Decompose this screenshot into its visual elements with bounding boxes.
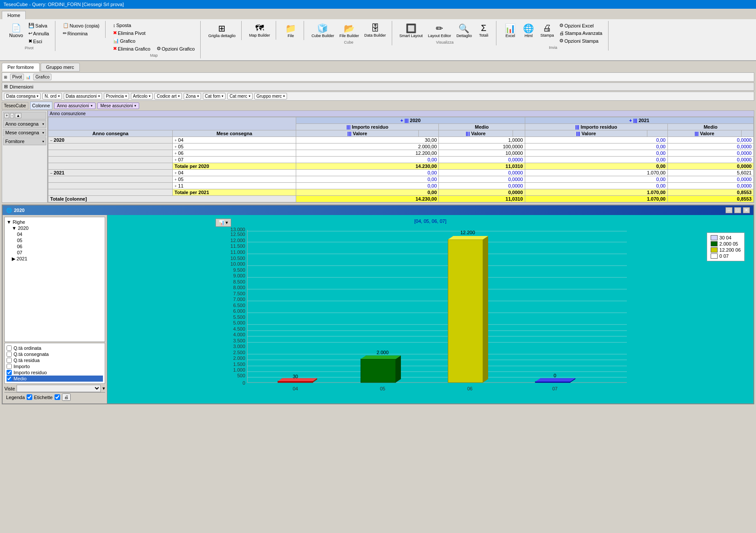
excel-button[interactable]: 📊 Excel: [502, 22, 519, 39]
data-builder-button[interactable]: 🗄 Data Builder: [362, 22, 388, 39]
file-builder-button[interactable]: 📂 File Builder: [337, 22, 361, 39]
tree-panel: ▼ Righe ▼ 2020 04 05 06: [4, 217, 105, 342]
table-row: + 04: [173, 137, 296, 144]
etichette-checkbox[interactable]: [55, 394, 60, 400]
table-row: + 04: [173, 170, 296, 176]
print-icon: 🖨: [543, 23, 551, 33]
tree-2020[interactable]: ▼ 2020: [7, 225, 103, 231]
pivot-field-mese-consegna[interactable]: Mese consegna: [3, 129, 46, 137]
dettaglio-button[interactable]: 🔍 Dettaglio: [454, 22, 474, 39]
checkbox-importo-residuo[interactable]: [7, 370, 12, 375]
legenda-checkbox[interactable]: [27, 394, 32, 400]
layout-editor-button[interactable]: ✏ Layout Editor: [426, 22, 453, 39]
cube-builder-label: Cube Builder: [311, 34, 334, 38]
nuovo-copia-button[interactable]: 📋 Nuovo (copia): [61, 22, 102, 29]
stampa-avanzata-button[interactable]: 🖨 Stampa Avanzata: [557, 30, 605, 37]
griglia-label: Griglia dettaglio: [208, 34, 236, 38]
checkbox-q.tà-consegnata[interactable]: [7, 352, 12, 357]
expand-all-btn[interactable]: +: [4, 113, 9, 118]
filter-data-consegna[interactable]: Data consegna: [4, 93, 41, 99]
maximize-btn[interactable]: □: [734, 207, 741, 213]
collapse-all-btn[interactable]: -: [10, 113, 14, 118]
tree-rows[interactable]: ▼ Righe: [7, 219, 103, 225]
tab-home[interactable]: Home: [2, 11, 26, 19]
svg-marker-60: [535, 378, 575, 382]
griglia-dettaglio-button[interactable]: ⊞ Griglia dettaglio: [206, 22, 238, 39]
annulla-label: Annulla: [33, 31, 49, 36]
svg-rect-50: [361, 359, 396, 383]
filter-cat-forn[interactable]: Cat forn: [203, 93, 226, 99]
annulla-button[interactable]: ↩ Annulla: [26, 30, 51, 37]
filter-provincia[interactable]: Provincia: [104, 93, 129, 99]
stampa-button[interactable]: 🖨 Stampa: [538, 22, 556, 39]
table-row: [48, 183, 173, 189]
close-btn[interactable]: ✕: [743, 207, 750, 213]
filter-n-ord[interactable]: N. ord: [42, 93, 62, 99]
svg-text:8.500: 8.500: [233, 279, 245, 284]
ribbon-group-map: ↕ Sposta ✖ Elimina Pivot 📊 Grafico ✖: [107, 21, 201, 58]
filter-data-assunzioni[interactable]: Data assunzioni: [64, 93, 102, 99]
chart-checkbox-row: Q.tà consegnata: [7, 351, 103, 357]
sposta-button[interactable]: ↕ Sposta: [111, 22, 197, 29]
chart-type-arrow: ▾: [226, 220, 228, 226]
grafico-button[interactable]: 📊 Grafico: [111, 37, 137, 44]
col-header-bar: Anno consunzione: [48, 111, 754, 117]
svg-text:500: 500: [237, 373, 245, 378]
filter-mese-assunzioni[interactable]: Mese assunzioni: [97, 102, 139, 109]
totali-button[interactable]: Σ Totali: [475, 22, 493, 39]
pivot-field-anno-consegna[interactable]: Anno consegna: [3, 120, 46, 128]
vista-select[interactable]: [17, 385, 101, 392]
filter-codice-art[interactable]: Codice art: [154, 93, 182, 99]
table-row: [48, 176, 173, 183]
cube-builder-button[interactable]: 🧊 Cube Builder: [309, 22, 336, 39]
tree-month-06[interactable]: 06: [7, 243, 103, 249]
medio-2020-header: Medio: [439, 124, 525, 130]
chart-bottom-bar: Legenda Etichette 🖨: [4, 392, 105, 402]
filter-gruppo-merc[interactable]: Gruppo merc: [254, 93, 287, 99]
checkbox-importo[interactable]: [7, 364, 12, 369]
tree-month-04[interactable]: 04: [7, 231, 103, 237]
new-button[interactable]: 📄 Nuovo: [7, 22, 25, 39]
filter-zona[interactable]: Zona: [184, 93, 201, 99]
checkbox-medio[interactable]: [7, 376, 12, 381]
filter-cat-merc[interactable]: Cat merc: [227, 93, 253, 99]
chart-med-2020: [513, 130, 525, 137]
opzioni-stampa-button[interactable]: ⚙ Opzioni Stampa: [557, 37, 605, 44]
pivot-btn[interactable]: Pivot: [10, 74, 24, 80]
esci-label: Esci: [33, 39, 42, 44]
chart-checkbox-row: Q.tà ordinata: [7, 345, 103, 351]
grafico-icon: 📊: [113, 38, 119, 44]
rinomina-button[interactable]: ✏ Rinomina: [61, 30, 102, 37]
esci-button[interactable]: ✖ Esci: [26, 38, 51, 45]
opzioni-grafico-button[interactable]: ⚙ Opzioni Grafico: [154, 45, 197, 52]
tree-2021[interactable]: ▶ 2021: [7, 256, 103, 262]
tree-month-05[interactable]: 05: [7, 237, 103, 243]
opzioni-excel-button[interactable]: ⚙ Opzioni Excel: [557, 22, 605, 29]
map-builder-button[interactable]: 🗺 Map Builder: [247, 22, 272, 39]
save-label: Salva: [35, 23, 48, 28]
chart-type-btn[interactable]: 📊 ▾: [216, 219, 231, 227]
tab-gruppo-merc[interactable]: Gruppo merc: [41, 63, 80, 72]
grafico-btn[interactable]: Grafico: [33, 74, 51, 80]
html-button[interactable]: 🌐 Html: [520, 22, 537, 39]
filter-anno-assunzioni[interactable]: Anno assunzioni: [54, 102, 96, 109]
sort-btn[interactable]: ▲: [15, 113, 21, 118]
ribbon-content: 📄 Nuovo 💾 Salva ↩ Annulla ✖ Es: [0, 19, 756, 61]
elimina-grafico-button[interactable]: ✖ Elimina Grafico: [111, 45, 153, 52]
smart-layout-button[interactable]: 🔲 Smart Layout: [397, 22, 425, 39]
tree-month-07[interactable]: 07: [7, 249, 103, 256]
elimina-pivot-button[interactable]: ✖ Elimina Pivot: [111, 29, 197, 37]
minimize-btn[interactable]: ─: [725, 207, 732, 213]
tab-per-fornitore[interactable]: Per fornitore: [2, 63, 40, 72]
checkbox-q.tà-ordinata[interactable]: [7, 345, 12, 351]
checkbox-q.tà-residua[interactable]: [7, 358, 12, 363]
svg-marker-55: [483, 236, 488, 383]
anno-assunzione-col-label: Anno consunzione: [50, 111, 86, 116]
filter-articolo[interactable]: Articolo: [131, 93, 153, 99]
title-bar: TeseoCube - Query: ORDINI_FORN [Ciessegi…: [0, 0, 756, 9]
pivot-field-fornitore[interactable]: Fornitore: [3, 137, 46, 145]
print-chart-btn[interactable]: 🖨: [62, 393, 71, 401]
checkbox-label: Medio: [14, 376, 27, 381]
save-button[interactable]: 💾 Salva: [26, 22, 51, 29]
file-button[interactable]: 📁 File: [282, 22, 299, 39]
